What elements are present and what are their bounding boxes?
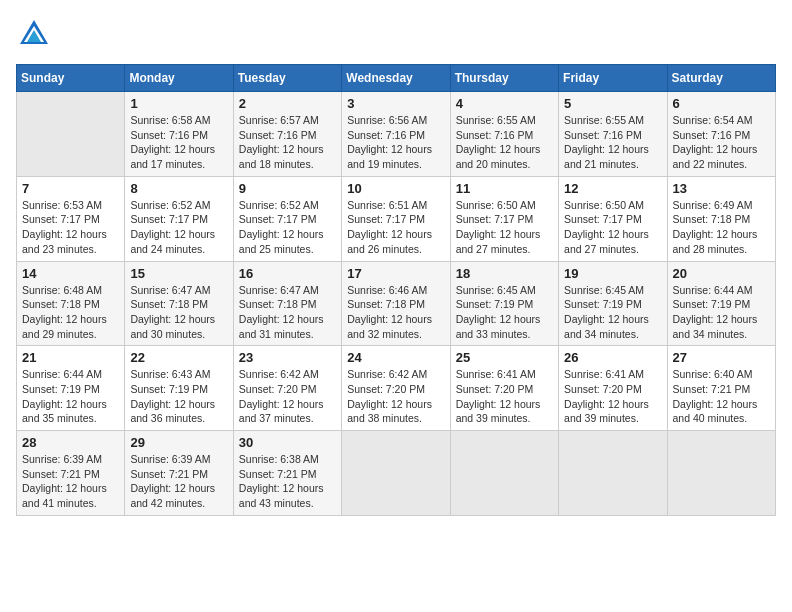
week-row-2: 7Sunrise: 6:53 AM Sunset: 7:17 PM Daylig… [17,176,776,261]
day-cell: 13Sunrise: 6:49 AM Sunset: 7:18 PM Dayli… [667,176,775,261]
week-row-3: 14Sunrise: 6:48 AM Sunset: 7:18 PM Dayli… [17,261,776,346]
day-cell: 12Sunrise: 6:50 AM Sunset: 7:17 PM Dayli… [559,176,667,261]
day-number: 14 [22,266,119,281]
day-info: Sunrise: 6:47 AM Sunset: 7:18 PM Dayligh… [130,283,227,342]
page-header [16,16,776,52]
day-cell: 18Sunrise: 6:45 AM Sunset: 7:19 PM Dayli… [450,261,558,346]
day-info: Sunrise: 6:42 AM Sunset: 7:20 PM Dayligh… [239,367,336,426]
day-cell: 9Sunrise: 6:52 AM Sunset: 7:17 PM Daylig… [233,176,341,261]
day-info: Sunrise: 6:38 AM Sunset: 7:21 PM Dayligh… [239,452,336,511]
day-info: Sunrise: 6:44 AM Sunset: 7:19 PM Dayligh… [673,283,770,342]
day-cell: 15Sunrise: 6:47 AM Sunset: 7:18 PM Dayli… [125,261,233,346]
day-number: 4 [456,96,553,111]
day-info: Sunrise: 6:57 AM Sunset: 7:16 PM Dayligh… [239,113,336,172]
day-cell: 1Sunrise: 6:58 AM Sunset: 7:16 PM Daylig… [125,92,233,177]
day-number: 7 [22,181,119,196]
day-number: 27 [673,350,770,365]
day-number: 11 [456,181,553,196]
day-number: 24 [347,350,444,365]
week-row-4: 21Sunrise: 6:44 AM Sunset: 7:19 PM Dayli… [17,346,776,431]
calendar-body: 1Sunrise: 6:58 AM Sunset: 7:16 PM Daylig… [17,92,776,516]
day-cell: 17Sunrise: 6:46 AM Sunset: 7:18 PM Dayli… [342,261,450,346]
header-cell-tuesday: Tuesday [233,65,341,92]
day-info: Sunrise: 6:46 AM Sunset: 7:18 PM Dayligh… [347,283,444,342]
header-cell-friday: Friday [559,65,667,92]
day-number: 17 [347,266,444,281]
day-cell: 25Sunrise: 6:41 AM Sunset: 7:20 PM Dayli… [450,346,558,431]
day-cell: 3Sunrise: 6:56 AM Sunset: 7:16 PM Daylig… [342,92,450,177]
day-number: 8 [130,181,227,196]
day-info: Sunrise: 6:41 AM Sunset: 7:20 PM Dayligh… [456,367,553,426]
day-number: 15 [130,266,227,281]
day-number: 9 [239,181,336,196]
day-number: 21 [22,350,119,365]
day-number: 5 [564,96,661,111]
header-cell-sunday: Sunday [17,65,125,92]
day-number: 26 [564,350,661,365]
day-number: 28 [22,435,119,450]
day-number: 12 [564,181,661,196]
day-number: 18 [456,266,553,281]
day-cell: 4Sunrise: 6:55 AM Sunset: 7:16 PM Daylig… [450,92,558,177]
day-info: Sunrise: 6:50 AM Sunset: 7:17 PM Dayligh… [564,198,661,257]
day-cell: 30Sunrise: 6:38 AM Sunset: 7:21 PM Dayli… [233,431,341,516]
day-cell [450,431,558,516]
day-info: Sunrise: 6:51 AM Sunset: 7:17 PM Dayligh… [347,198,444,257]
day-number: 19 [564,266,661,281]
day-info: Sunrise: 6:45 AM Sunset: 7:19 PM Dayligh… [564,283,661,342]
day-cell: 14Sunrise: 6:48 AM Sunset: 7:18 PM Dayli… [17,261,125,346]
day-info: Sunrise: 6:41 AM Sunset: 7:20 PM Dayligh… [564,367,661,426]
day-info: Sunrise: 6:42 AM Sunset: 7:20 PM Dayligh… [347,367,444,426]
day-cell [17,92,125,177]
day-number: 6 [673,96,770,111]
header-cell-saturday: Saturday [667,65,775,92]
header-row: SundayMondayTuesdayWednesdayThursdayFrid… [17,65,776,92]
day-cell: 28Sunrise: 6:39 AM Sunset: 7:21 PM Dayli… [17,431,125,516]
day-info: Sunrise: 6:50 AM Sunset: 7:17 PM Dayligh… [456,198,553,257]
day-number: 10 [347,181,444,196]
day-info: Sunrise: 6:49 AM Sunset: 7:18 PM Dayligh… [673,198,770,257]
day-info: Sunrise: 6:47 AM Sunset: 7:18 PM Dayligh… [239,283,336,342]
day-info: Sunrise: 6:58 AM Sunset: 7:16 PM Dayligh… [130,113,227,172]
day-number: 16 [239,266,336,281]
day-info: Sunrise: 6:44 AM Sunset: 7:19 PM Dayligh… [22,367,119,426]
day-cell [342,431,450,516]
logo-icon [16,16,52,52]
calendar-header: SundayMondayTuesdayWednesdayThursdayFrid… [17,65,776,92]
day-number: 20 [673,266,770,281]
day-info: Sunrise: 6:45 AM Sunset: 7:19 PM Dayligh… [456,283,553,342]
day-cell: 23Sunrise: 6:42 AM Sunset: 7:20 PM Dayli… [233,346,341,431]
day-cell: 21Sunrise: 6:44 AM Sunset: 7:19 PM Dayli… [17,346,125,431]
day-number: 2 [239,96,336,111]
day-cell [559,431,667,516]
day-cell: 8Sunrise: 6:52 AM Sunset: 7:17 PM Daylig… [125,176,233,261]
calendar-table: SundayMondayTuesdayWednesdayThursdayFrid… [16,64,776,516]
week-row-1: 1Sunrise: 6:58 AM Sunset: 7:16 PM Daylig… [17,92,776,177]
day-info: Sunrise: 6:56 AM Sunset: 7:16 PM Dayligh… [347,113,444,172]
header-cell-monday: Monday [125,65,233,92]
day-cell: 6Sunrise: 6:54 AM Sunset: 7:16 PM Daylig… [667,92,775,177]
day-number: 13 [673,181,770,196]
day-number: 3 [347,96,444,111]
day-number: 22 [130,350,227,365]
header-cell-thursday: Thursday [450,65,558,92]
day-cell: 24Sunrise: 6:42 AM Sunset: 7:20 PM Dayli… [342,346,450,431]
day-number: 25 [456,350,553,365]
logo [16,16,56,52]
header-cell-wednesday: Wednesday [342,65,450,92]
day-cell: 5Sunrise: 6:55 AM Sunset: 7:16 PM Daylig… [559,92,667,177]
day-info: Sunrise: 6:43 AM Sunset: 7:19 PM Dayligh… [130,367,227,426]
day-info: Sunrise: 6:55 AM Sunset: 7:16 PM Dayligh… [564,113,661,172]
day-cell: 11Sunrise: 6:50 AM Sunset: 7:17 PM Dayli… [450,176,558,261]
day-cell: 26Sunrise: 6:41 AM Sunset: 7:20 PM Dayli… [559,346,667,431]
week-row-5: 28Sunrise: 6:39 AM Sunset: 7:21 PM Dayli… [17,431,776,516]
day-cell: 10Sunrise: 6:51 AM Sunset: 7:17 PM Dayli… [342,176,450,261]
day-info: Sunrise: 6:53 AM Sunset: 7:17 PM Dayligh… [22,198,119,257]
day-info: Sunrise: 6:48 AM Sunset: 7:18 PM Dayligh… [22,283,119,342]
day-info: Sunrise: 6:55 AM Sunset: 7:16 PM Dayligh… [456,113,553,172]
day-info: Sunrise: 6:52 AM Sunset: 7:17 PM Dayligh… [130,198,227,257]
day-cell: 19Sunrise: 6:45 AM Sunset: 7:19 PM Dayli… [559,261,667,346]
day-cell: 22Sunrise: 6:43 AM Sunset: 7:19 PM Dayli… [125,346,233,431]
day-cell: 29Sunrise: 6:39 AM Sunset: 7:21 PM Dayli… [125,431,233,516]
day-info: Sunrise: 6:54 AM Sunset: 7:16 PM Dayligh… [673,113,770,172]
